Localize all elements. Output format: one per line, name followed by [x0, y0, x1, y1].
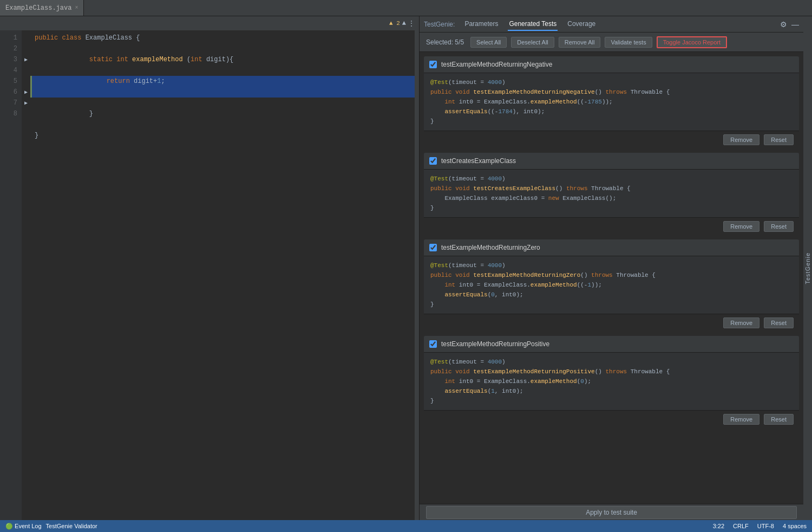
reset-test-1-button[interactable]: Reset	[764, 134, 794, 145]
indent-status: 4 spaces	[783, 523, 807, 529]
more-icon[interactable]: ⋮	[408, 20, 415, 28]
validate-tests-button[interactable]: Validate tests	[605, 37, 652, 48]
testgenie-validator-status[interactable]: TestGenie Validator	[46, 523, 97, 529]
main-area: ▲ 2 ▲ ⋮ 1 2 3 4 5 6 7 8 ▶ ▶ ▶	[0, 16, 812, 520]
code-line-3: static int exampleMethod (int digit){	[30, 54, 415, 76]
test-item-1: testExampleMethodReturningNegative @Test…	[424, 56, 799, 148]
test-checkbox-4[interactable]	[429, 340, 437, 348]
reset-test-2-button[interactable]: Reset	[764, 221, 794, 232]
test-item-3: testExampleMethodReturningZero @Test(tim…	[424, 239, 799, 332]
close-tab-icon[interactable]: ×	[75, 5, 78, 11]
minimize-icon[interactable]: —	[791, 20, 799, 29]
editor-content: 1 2 3 4 5 6 7 8 ▶ ▶ ▶ public	[0, 30, 419, 520]
status-bar: 🟢 Event Log TestGenie Validator 3:22 CRL…	[0, 520, 812, 532]
line-col-status: 3:22	[713, 523, 724, 529]
test-name-1: testExampleMethodReturningNegative	[441, 61, 552, 68]
gutter-line-8	[22, 108, 30, 119]
gutter-line-2	[22, 43, 30, 54]
select-all-button[interactable]: Select All	[470, 37, 507, 48]
line-numbers: 1 2 3 4 5 6 7 8	[0, 30, 22, 520]
code-line-4: return digit+1;	[30, 76, 415, 98]
code-line-5	[30, 98, 415, 108]
editor-toolbar: ▲ 2 ▲ ⋮	[0, 16, 419, 30]
reset-test-4-button[interactable]: Reset	[764, 414, 794, 425]
gutter-line-6: ▶	[22, 87, 30, 98]
status-right: 3:22 CRLF UTF-8 4 spaces	[713, 523, 807, 529]
code-line-2	[30, 43, 415, 54]
editor-scrollbar[interactable]	[415, 30, 419, 520]
test-item-header-3: testExampleMethodReturningZero	[424, 239, 799, 256]
sidebar-vertical-label: TestGenie	[804, 252, 811, 284]
code-line-1: public class ExampleClass {	[30, 33, 415, 43]
test-checkbox-2[interactable]	[429, 157, 437, 165]
code-line-7: }	[30, 130, 415, 141]
test-actions-2: Remove Reset	[424, 217, 799, 235]
test-checkbox-1[interactable]	[429, 61, 437, 68]
gutter-line-5	[22, 76, 30, 87]
tab-generated-tests[interactable]: Generated Tests	[508, 18, 558, 31]
test-actions-1: Remove Reset	[424, 131, 799, 148]
line-ending-status: CRLF	[733, 523, 749, 529]
tab-parameters[interactable]: Parameters	[463, 18, 499, 31]
status-left: 🟢 Event Log TestGenie Validator	[5, 523, 97, 530]
gutter-line-7: ▶	[22, 98, 30, 108]
action-bar: Selected: 5/5 Select All Deselect All Re…	[420, 33, 803, 52]
deselect-all-button[interactable]: Deselect All	[511, 37, 554, 48]
tab-bar: ExampleClass.java ×	[0, 0, 812, 16]
test-item-header-4: testExampleMethodReturningPositive	[424, 336, 799, 353]
remove-test-4-button[interactable]: Remove	[723, 414, 759, 425]
gutter-line-4	[22, 65, 30, 76]
bottom-bar: Apply to test suite	[420, 504, 803, 520]
remove-test-2-button[interactable]: Remove	[723, 221, 759, 232]
editor-panel: ▲ 2 ▲ ⋮ 1 2 3 4 5 6 7 8 ▶ ▶ ▶	[0, 16, 420, 520]
code-line-8	[30, 141, 415, 152]
gutter: ▶ ▶ ▶	[22, 30, 30, 520]
test-name-4: testExampleMethodReturningPositive	[441, 340, 549, 348]
test-actions-4: Remove Reset	[424, 410, 799, 428]
tab-coverage[interactable]: Coverage	[566, 18, 597, 31]
apply-to-suite-button[interactable]: Apply to test suite	[426, 506, 797, 519]
reset-test-3-button[interactable]: Reset	[764, 317, 794, 328]
selected-info: Selected: 5/5	[426, 38, 464, 46]
warning-badge: ▲ 2	[389, 20, 400, 27]
remove-all-button[interactable]: Remove All	[559, 37, 601, 48]
remove-test-3-button[interactable]: Remove	[723, 317, 759, 328]
test-name-2: testCreatesExampleClass	[441, 157, 516, 165]
testgenie-panel: TestGenie: Parameters Generated Tests Co…	[420, 16, 803, 520]
test-list: testExampleMethodReturningNegative @Test…	[420, 52, 803, 504]
test-code-2: @Test(timeout = 4000) public void testCr…	[424, 170, 799, 217]
remove-test-1-button[interactable]: Remove	[723, 134, 759, 145]
gutter-line-1	[22, 33, 30, 43]
file-tab-name: ExampleClass.java	[5, 4, 71, 12]
test-name-3: testExampleMethodReturningZero	[441, 244, 540, 251]
event-log-status[interactable]: 🟢 Event Log	[5, 523, 42, 530]
file-tab[interactable]: ExampleClass.java ×	[0, 0, 84, 16]
test-item-header-2: testCreatesExampleClass	[424, 153, 799, 170]
code-line-6: }	[30, 108, 415, 130]
toggle-jacoco-button[interactable]: Toggle Jacoco Report	[657, 36, 727, 48]
testgenie-nav: TestGenie: Parameters Generated Tests Co…	[420, 16, 803, 33]
encoding-status: UTF-8	[757, 523, 774, 529]
test-item-header-1: testExampleMethodReturningNegative	[424, 56, 799, 73]
test-checkbox-3[interactable]	[429, 244, 437, 251]
test-item-2: testCreatesExampleClass @Test(timeout = …	[424, 153, 799, 235]
right-side-bar: TestGenie	[803, 16, 812, 520]
test-actions-3: Remove Reset	[424, 314, 799, 332]
test-item-4: testExampleMethodReturningPositive @Test…	[424, 336, 799, 428]
test-code-4: @Test(timeout = 4000) public void testEx…	[424, 353, 799, 410]
nav-brand: TestGenie:	[424, 21, 455, 28]
settings-icon[interactable]: ⚙	[780, 20, 787, 29]
code-area[interactable]: public class ExampleClass { static int e…	[30, 30, 415, 520]
test-code-1: @Test(timeout = 4000) public void testEx…	[424, 73, 799, 131]
expand-icon[interactable]: ▲	[402, 20, 406, 27]
test-code-3: @Test(timeout = 4000) public void testEx…	[424, 256, 799, 314]
gutter-line-3: ▶	[22, 54, 30, 65]
nav-icons: ⚙ —	[780, 20, 799, 29]
